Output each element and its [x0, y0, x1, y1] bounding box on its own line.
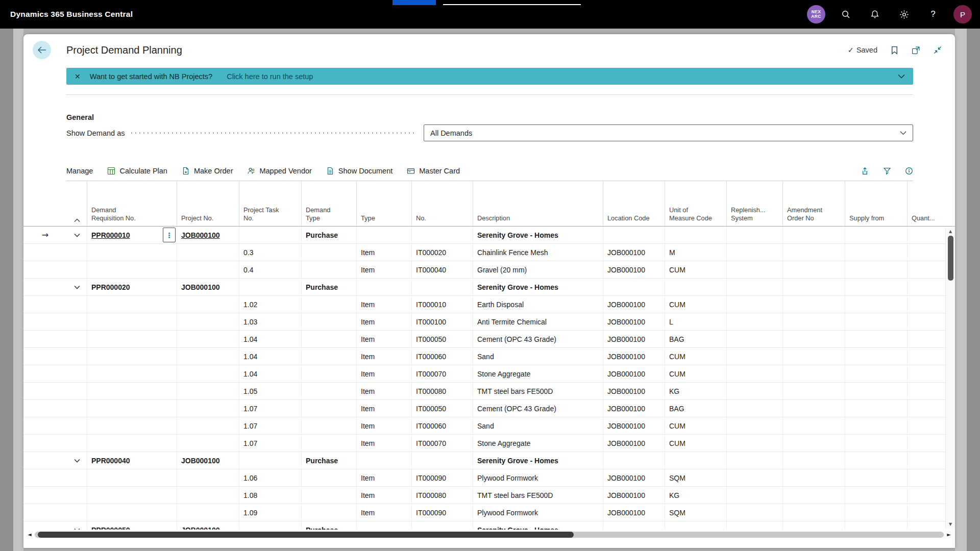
- cell-req[interactable]: [87, 383, 177, 399]
- cell-chevron[interactable]: [67, 487, 87, 504]
- cell-supply[interactable]: [845, 279, 908, 295]
- column-header-type[interactable]: Type: [357, 181, 412, 226]
- table-row[interactable]: 1.09ItemIT000090Plywood FormworkJOB00010…: [23, 504, 955, 521]
- cell-supply[interactable]: [845, 296, 908, 313]
- cell-req[interactable]: [87, 296, 177, 313]
- cell-task[interactable]: 1.02: [239, 296, 302, 313]
- back-button[interactable]: [33, 41, 51, 59]
- cell-dtype[interactable]: [302, 348, 357, 365]
- share-icon[interactable]: [861, 167, 869, 176]
- cell-amendment[interactable]: [783, 487, 845, 504]
- cell-uom[interactable]: CUM: [665, 296, 727, 313]
- avatar[interactable]: P: [953, 5, 972, 23]
- cell-supply[interactable]: [845, 417, 908, 434]
- column-header-quant[interactable]: Quant...: [908, 181, 955, 226]
- cell-dtype[interactable]: [302, 313, 357, 330]
- table-row[interactable]: 1.06ItemIT000090Plywood FormworkJOB00010…: [23, 469, 955, 487]
- cell-uom[interactable]: KG: [665, 487, 727, 504]
- cell-req[interactable]: PPR000020: [87, 279, 177, 295]
- cell-uom[interactable]: CUM: [665, 261, 727, 278]
- cell-loc[interactable]: JOB000100: [603, 504, 665, 521]
- cell-type[interactable]: Item: [357, 383, 412, 399]
- cell-supply[interactable]: [845, 383, 908, 399]
- cell-task[interactable]: 1.04: [239, 348, 302, 365]
- cell-replenish[interactable]: [727, 400, 783, 417]
- column-header-loc[interactable]: Location Code: [603, 181, 665, 226]
- scroll-left-icon[interactable]: ◄: [28, 531, 32, 539]
- cell-no[interactable]: IT000090: [412, 469, 473, 486]
- cell-dtype[interactable]: [302, 487, 357, 504]
- cell-no[interactable]: IT000070: [412, 435, 473, 452]
- cell-task[interactable]: 0.4: [239, 261, 302, 278]
- cell-chevron[interactable]: [67, 261, 87, 278]
- cell-desc[interactable]: Sand: [473, 348, 603, 365]
- chevron-down-icon[interactable]: [74, 233, 80, 237]
- action-make-order[interactable]: Make Order: [182, 167, 233, 175]
- cell-project[interactable]: JOB000100: [177, 452, 239, 469]
- cell-req[interactable]: [87, 348, 177, 365]
- cell-uom[interactable]: SQM: [665, 504, 727, 521]
- cell-type[interactable]: Item: [357, 469, 412, 486]
- cell-supply[interactable]: [845, 504, 908, 521]
- close-icon[interactable]: ✕: [75, 72, 81, 81]
- cell-project[interactable]: [177, 296, 239, 313]
- cell-desc[interactable]: Earth Disposal: [473, 296, 603, 313]
- chevron-down-icon[interactable]: [74, 528, 80, 530]
- search-icon[interactable]: [837, 6, 854, 23]
- table-row[interactable]: 1.05ItemIT000080TMT steel bars FE500DJOB…: [23, 383, 955, 400]
- cell-no[interactable]: IT000020: [412, 244, 473, 261]
- cell-project[interactable]: [177, 469, 239, 486]
- cell-project[interactable]: [177, 313, 239, 330]
- cell-type[interactable]: Item: [357, 296, 412, 313]
- cell-chevron[interactable]: [67, 383, 87, 399]
- cell-chevron[interactable]: [67, 348, 87, 365]
- cell-supply[interactable]: [845, 348, 908, 365]
- cell-project[interactable]: [177, 365, 239, 382]
- table-row[interactable]: 1.07ItemIT000050Cement (OPC 43 Grade)JOB…: [23, 400, 955, 417]
- cell-chevron[interactable]: [67, 331, 87, 347]
- column-header-req[interactable]: DemandRequisition No.: [87, 181, 177, 226]
- cell-amendment[interactable]: [783, 504, 845, 521]
- cell-loc[interactable]: [603, 279, 665, 295]
- table-row[interactable]: 0.4ItemIT000040Gravel (20 mm)JOB000100CU…: [23, 261, 955, 279]
- cell-no[interactable]: IT000060: [412, 417, 473, 434]
- cell-replenish[interactable]: [727, 504, 783, 521]
- cell-req[interactable]: PPR000010⋮: [87, 227, 177, 243]
- cell-loc[interactable]: JOB000100: [603, 487, 665, 504]
- cell-desc[interactable]: Serenity Grove - Homes: [473, 227, 603, 243]
- column-header-supply[interactable]: Supply from: [845, 181, 908, 226]
- cell-req[interactable]: [87, 487, 177, 504]
- cell-desc[interactable]: Plywood Formwork: [473, 504, 603, 521]
- cell-task[interactable]: 1.06: [239, 469, 302, 486]
- cell-no[interactable]: [412, 227, 473, 243]
- cell-desc[interactable]: Plywood Formwork: [473, 469, 603, 486]
- cell-project[interactable]: [177, 504, 239, 521]
- cell-desc[interactable]: TMT steel bars FE500D: [473, 383, 603, 399]
- table-row[interactable]: →PPR000010⋮JOB000100PurchaseSerenity Gro…: [23, 227, 955, 244]
- cell-desc[interactable]: Cement (OPC 43 Grade): [473, 331, 603, 347]
- cell-type[interactable]: [357, 279, 412, 295]
- cell-amendment[interactable]: [783, 435, 845, 452]
- cell-supply[interactable]: [845, 331, 908, 347]
- horizontal-scrollbar-track[interactable]: [35, 532, 944, 538]
- help-icon[interactable]: ?: [924, 6, 942, 23]
- table-row[interactable]: 1.08ItemIT000080TMT steel bars FE500DJOB…: [23, 487, 955, 504]
- cell-chevron[interactable]: [67, 296, 87, 313]
- cell-type[interactable]: Item: [357, 504, 412, 521]
- cell-task[interactable]: 1.04: [239, 365, 302, 382]
- scroll-up-icon[interactable]: ▲: [949, 229, 952, 234]
- cell-no[interactable]: [412, 521, 473, 530]
- cell-task[interactable]: 1.07: [239, 417, 302, 434]
- cell-amendment[interactable]: [783, 400, 845, 417]
- cell-type[interactable]: Item: [357, 261, 412, 278]
- cell-project[interactable]: [177, 331, 239, 347]
- column-header-project[interactable]: Project No.: [177, 181, 239, 226]
- cell-task[interactable]: 0.3: [239, 244, 302, 261]
- cell-type[interactable]: Item: [357, 244, 412, 261]
- collapse-icon[interactable]: [934, 46, 942, 54]
- cell-loc[interactable]: [603, 452, 665, 469]
- cell-dtype[interactable]: [302, 365, 357, 382]
- cell-uom[interactable]: CUM: [665, 417, 727, 434]
- info-icon[interactable]: [905, 167, 913, 175]
- cell-chevron[interactable]: [67, 400, 87, 417]
